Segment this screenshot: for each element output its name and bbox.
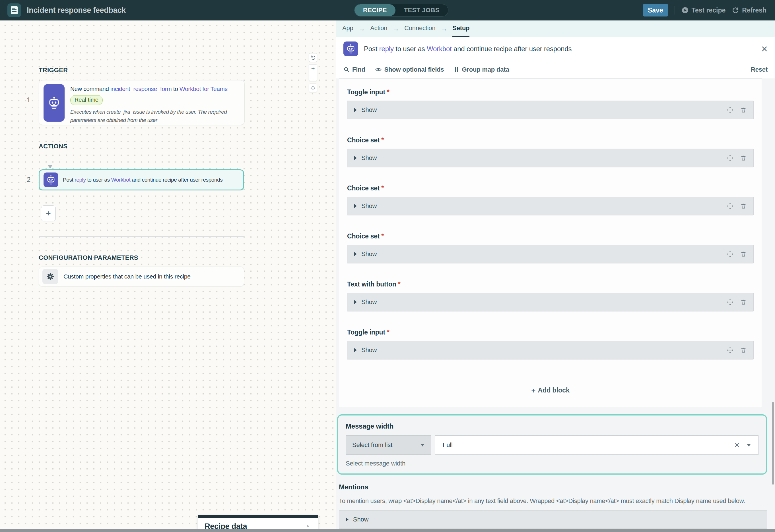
mentions-section: Mentions To mention users, wrap <at>Disp… [339, 483, 767, 529]
field-show-toggle[interactable]: Show [347, 245, 754, 263]
breadcrumb-item-setup[interactable]: Setup [452, 20, 469, 37]
find-button[interactable]: Find [343, 66, 365, 73]
refresh-button[interactable]: Refresh [732, 7, 766, 14]
field-label: Toggle input* [347, 88, 754, 96]
step-number-2: 2 [27, 176, 30, 184]
trash-icon[interactable] [740, 299, 747, 306]
arrow-right-icon: → [440, 20, 447, 37]
tab-test-jobs[interactable]: TEST JOBS [395, 4, 448, 16]
chevron-down-icon[interactable] [747, 444, 751, 446]
trash-icon[interactable] [740, 347, 747, 354]
trash-icon[interactable] [740, 155, 747, 161]
eye-icon [375, 66, 382, 73]
recipe-canvas[interactable]: TRIGGER 1 New command incident_response_… [0, 20, 336, 532]
message-width-hint: Select message width [346, 460, 759, 467]
zoom-out-icon[interactable]: − [311, 74, 315, 80]
trash-icon[interactable] [740, 203, 747, 209]
reset-button[interactable]: Reset [751, 66, 768, 73]
topbar-actions: Save Test recipe Refresh [643, 0, 766, 20]
breadcrumb: App→Action→Connection→Setup [336, 20, 775, 37]
document-icon [11, 6, 18, 14]
detail-content[interactable]: Toggle input* Show [336, 78, 775, 529]
show-optional-fields-button[interactable]: Show optional fields [375, 66, 444, 73]
add-step-button[interactable]: + [41, 205, 56, 221]
add-block-button[interactable]: + Add block [531, 386, 569, 394]
chevron-down-icon [420, 444, 424, 446]
required-marker: * [381, 184, 384, 192]
message-width-label: Message width [346, 422, 759, 430]
test-recipe-button[interactable]: Test recipe [681, 7, 726, 14]
field-label: Toggle input* [347, 329, 754, 336]
arrow-right-icon: → [392, 20, 399, 37]
divider [310, 73, 316, 73]
step-number-1: 1 [27, 96, 30, 104]
required-marker: * [381, 232, 384, 240]
save-button[interactable]: Save [643, 4, 668, 16]
trigger-step-title: New command incident_response_form to Wo… [70, 86, 239, 92]
message-width-field[interactable]: Full × [435, 435, 759, 455]
field-label: Choice set* [347, 232, 754, 240]
chevron-right-icon [354, 204, 357, 208]
divider [675, 6, 675, 14]
trash-icon[interactable] [740, 251, 747, 257]
move-icon[interactable] [727, 347, 733, 354]
workbot-icon [343, 41, 358, 56]
move-icon[interactable] [727, 155, 733, 161]
config-parameters-card[interactable]: Custom properties that can be used in th… [39, 267, 244, 286]
trigger-step-card[interactable]: New command incident_response_form to Wo… [39, 80, 245, 125]
field-show-toggle[interactable]: Show [347, 149, 754, 167]
pan-button[interactable] [309, 84, 317, 92]
action-app-link[interactable]: Workbot [111, 177, 130, 183]
field-label: Choice set* [347, 136, 754, 144]
move-icon[interactable] [727, 203, 733, 209]
move-icon[interactable] [727, 251, 733, 257]
required-marker: * [387, 88, 389, 96]
action-reply-link[interactable]: reply [74, 177, 86, 183]
realtime-badge: Real-time [70, 95, 103, 105]
breadcrumb-item-app[interactable]: App [342, 20, 353, 37]
field-show-toggle[interactable]: Show [347, 101, 754, 119]
field-show-toggle[interactable]: Show [347, 341, 754, 359]
recipe-testjobs-toggle: RECIPE TEST JOBS [354, 4, 448, 16]
scrollbar-thumb[interactable] [772, 402, 774, 485]
group-map-data-button[interactable]: Group map data [454, 66, 509, 73]
chevron-right-icon [354, 108, 357, 112]
required-marker: * [387, 329, 389, 336]
detail-reply-link[interactable]: reply [379, 45, 394, 53]
actions-section-label: ACTIONS [39, 143, 67, 150]
blocks-panel: Toggle input* Show [339, 78, 762, 407]
close-icon[interactable]: × [761, 43, 768, 54]
chevron-right-icon [354, 252, 357, 256]
breadcrumb-item-connection[interactable]: Connection [404, 20, 435, 37]
mentions-label: Mentions [339, 483, 767, 491]
detail-header: Post reply to user as Workbot and contin… [336, 37, 775, 61]
action-step-card-selected[interactable]: Post reply to user as Workbot and contin… [39, 169, 244, 190]
tab-recipe[interactable]: RECIPE [355, 4, 395, 16]
reset-view-button[interactable] [309, 53, 317, 62]
recipe-icon[interactable] [7, 3, 21, 17]
field-label: Text with button* [347, 280, 754, 288]
move-icon[interactable] [727, 107, 733, 113]
mentions-show-toggle[interactable]: Show [339, 510, 767, 529]
detail-app-link[interactable]: Workbot [427, 45, 452, 53]
trigger-command-link[interactable]: incident_response_form [110, 86, 171, 92]
chevron-right-icon [346, 518, 349, 521]
detail-title: Post reply to user as Workbot and contin… [364, 45, 571, 53]
refresh-icon [732, 7, 739, 14]
clear-icon[interactable]: × [734, 441, 739, 449]
trigger-description: Executes when create_jira_issue is invok… [70, 108, 239, 124]
arrow-right-icon: → [359, 20, 365, 37]
breadcrumb-item-action[interactable]: Action [370, 20, 387, 37]
input-mode-select[interactable]: Select from list [346, 435, 431, 455]
trash-icon[interactable] [740, 107, 747, 113]
trigger-app-link[interactable]: Workbot for Teams [179, 86, 228, 92]
connector-line [50, 152, 50, 165]
zoom-in-icon[interactable]: + [311, 65, 315, 72]
play-icon [681, 7, 689, 14]
field-show-toggle[interactable]: Show [347, 293, 754, 311]
field-show-toggle[interactable]: Show [347, 197, 754, 215]
config-card-text: Custom properties that can be used in th… [63, 273, 190, 280]
top-bar: Incident response feedback RECIPE TEST J… [0, 0, 775, 20]
pan-icon [310, 85, 316, 91]
move-icon[interactable] [727, 299, 733, 306]
